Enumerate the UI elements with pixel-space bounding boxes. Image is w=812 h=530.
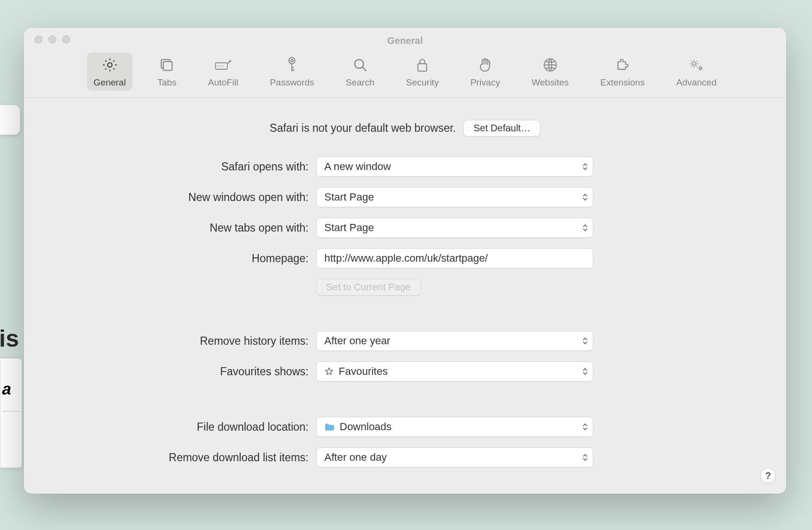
svg-rect-2 (215, 63, 227, 70)
tab-label: Search (346, 77, 374, 88)
tab-websites[interactable]: Websites (525, 53, 576, 91)
tab-label: Websites (532, 77, 569, 88)
label-download-location: File download location: (43, 421, 309, 434)
titlebar: General (24, 28, 786, 47)
svg-point-0 (107, 63, 112, 67)
tabs-icon (158, 56, 175, 74)
updown-icon (582, 454, 588, 461)
help-button[interactable]: ? (760, 468, 776, 483)
svg-point-5 (222, 65, 223, 66)
updown-icon (582, 337, 588, 345)
key-icon (283, 56, 300, 74)
tab-label: General (94, 77, 126, 88)
homepage-field[interactable]: http://www.apple.com/uk/startpage/ (316, 248, 593, 268)
updown-icon (582, 193, 588, 201)
select-value: Favourites (339, 365, 388, 378)
updown-icon (582, 423, 588, 431)
star-icon (324, 367, 334, 376)
tab-security[interactable]: Security (399, 53, 446, 91)
label-new-tabs: New tabs open with: (43, 222, 309, 234)
hand-icon (477, 56, 494, 74)
tab-extensions[interactable]: Extensions (594, 53, 652, 91)
tab-label: Security (406, 77, 439, 88)
lock-icon (414, 56, 431, 74)
preferences-window: General General Tabs (24, 28, 786, 494)
background-tab-shape (0, 105, 20, 135)
label-remove-history: Remove history items: (43, 335, 309, 348)
select-value: Downloads (340, 421, 392, 433)
set-default-button[interactable]: Set Default… (463, 120, 540, 137)
tab-privacy[interactable]: Privacy (464, 53, 507, 91)
svg-rect-1 (163, 62, 172, 70)
window-controls (34, 35, 70, 43)
autofill-icon (214, 56, 232, 74)
background-card-fragment: a —————— (0, 358, 22, 468)
open-safe-files-label: Open “safe” files after downloading (333, 493, 496, 494)
tab-advanced[interactable]: Advanced (670, 53, 724, 91)
tab-general[interactable]: General (87, 53, 133, 91)
tab-label: Privacy (470, 77, 500, 88)
label-homepage: Homepage: (43, 252, 309, 265)
background-logo-fragment: a (0, 382, 22, 395)
svg-rect-9 (418, 64, 427, 71)
select-value: A new window (324, 160, 391, 173)
search-icon (352, 56, 369, 74)
tab-label: Tabs (157, 77, 176, 88)
tab-label: Extensions (600, 77, 645, 88)
gears-icon (688, 56, 705, 74)
label-remove-downloads: Remove download list items: (43, 451, 309, 464)
updown-icon (582, 163, 588, 170)
window-title: General (24, 29, 786, 46)
tab-search[interactable]: Search (339, 53, 381, 91)
tab-tabs[interactable]: Tabs (150, 53, 183, 91)
minimize-window-button[interactable] (48, 35, 56, 43)
preferences-toolbar: General Tabs AutoFill (24, 47, 786, 98)
svg-point-4 (220, 65, 221, 66)
updown-icon (582, 224, 588, 232)
label-opens-with: Safari opens with: (43, 160, 309, 173)
select-opens-with[interactable]: A new window (316, 157, 593, 177)
homepage-value: http://www.apple.com/uk/startpage/ (324, 252, 488, 265)
tab-label: Advanced (676, 77, 717, 88)
gear-icon (101, 56, 118, 74)
default-browser-row: Safari is not your default web browser. … (43, 120, 767, 137)
globe-icon (542, 56, 559, 74)
select-remove-downloads[interactable]: After one day (316, 447, 593, 467)
tab-label: Passwords (270, 77, 314, 88)
select-new-tabs[interactable]: Start Page (316, 218, 593, 238)
tab-label: AutoFill (208, 77, 238, 88)
zoom-window-button[interactable] (62, 35, 70, 43)
svg-point-8 (355, 60, 363, 68)
svg-point-7 (291, 60, 293, 62)
select-value: Start Page (324, 222, 374, 234)
select-value: After one day (324, 451, 387, 464)
select-download-location[interactable]: Downloads (316, 417, 593, 437)
svg-point-6 (289, 58, 295, 64)
select-new-windows[interactable]: Start Page (316, 187, 593, 207)
set-current-page-button[interactable]: Set to Current Page (316, 279, 421, 296)
background-tiny-text: —————— (0, 410, 20, 413)
folder-icon (324, 423, 335, 431)
label-favourites: Favourites shows: (43, 365, 309, 378)
svg-point-11 (693, 62, 696, 65)
select-favourites[interactable]: Favourites (316, 361, 593, 382)
select-remove-history[interactable]: After one year (316, 331, 593, 351)
svg-point-12 (699, 67, 702, 70)
default-browser-message: Safari is not your default web browser. (270, 122, 456, 135)
background-window-fragment: is a —————— (0, 105, 19, 458)
puzzle-icon (614, 56, 631, 74)
general-pane: Safari is not your default web browser. … (24, 98, 786, 494)
select-value: After one year (324, 335, 390, 347)
label-new-windows: New windows open with: (43, 191, 309, 204)
svg-point-3 (218, 65, 219, 66)
close-window-button[interactable] (34, 35, 43, 43)
tab-autofill[interactable]: AutoFill (202, 53, 245, 91)
updown-icon (582, 368, 588, 375)
tab-passwords[interactable]: Passwords (263, 53, 321, 91)
select-value: Start Page (324, 191, 374, 203)
